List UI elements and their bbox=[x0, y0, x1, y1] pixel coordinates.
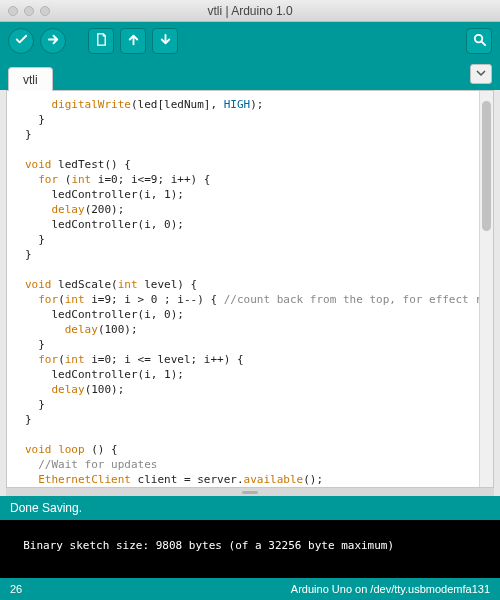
code-editor[interactable]: digitalWrite(led[ledNum], HIGH); }} void… bbox=[7, 91, 479, 487]
console-resize-handle[interactable] bbox=[6, 488, 494, 496]
toolbar bbox=[0, 22, 500, 60]
upload-button[interactable] bbox=[40, 28, 66, 54]
sketch-tab[interactable]: vtli bbox=[8, 67, 53, 91]
check-icon bbox=[14, 32, 29, 50]
grip-icon bbox=[242, 491, 258, 494]
tab-bar: vtli bbox=[0, 60, 500, 90]
status-bar: 26 Arduino Uno on /dev/tty.usbmodemfa131 bbox=[0, 578, 500, 600]
status-message-bar: Done Saving. bbox=[0, 496, 500, 520]
magnifier-icon bbox=[472, 32, 487, 50]
open-sketch-button[interactable] bbox=[120, 28, 146, 54]
page-icon bbox=[94, 32, 109, 50]
scrollbar-thumb[interactable] bbox=[482, 101, 491, 231]
status-message: Done Saving. bbox=[10, 501, 82, 515]
editor-pane: digitalWrite(led[ledNum], HIGH); }} void… bbox=[6, 90, 494, 488]
chevron-down-icon bbox=[476, 67, 486, 81]
verify-button[interactable] bbox=[8, 28, 34, 54]
board-port: Arduino Uno on /dev/tty.usbmodemfa131 bbox=[291, 583, 490, 595]
console-output: Binary sketch size: 9808 bytes (of a 322… bbox=[23, 539, 394, 552]
new-sketch-button[interactable] bbox=[88, 28, 114, 54]
window-title: vtli | Arduino 1.0 bbox=[0, 4, 500, 18]
editor-scrollbar[interactable] bbox=[479, 91, 493, 487]
line-number: 26 bbox=[10, 583, 22, 595]
arrow-up-icon bbox=[126, 32, 141, 50]
save-sketch-button[interactable] bbox=[152, 28, 178, 54]
tab-menu-button[interactable] bbox=[470, 64, 492, 84]
serial-monitor-button[interactable] bbox=[466, 28, 492, 54]
arrow-down-icon bbox=[158, 32, 173, 50]
arrow-right-icon bbox=[46, 32, 61, 50]
window-titlebar: vtli | Arduino 1.0 bbox=[0, 0, 500, 22]
build-console[interactable]: Binary sketch size: 9808 bytes (of a 322… bbox=[0, 520, 500, 578]
